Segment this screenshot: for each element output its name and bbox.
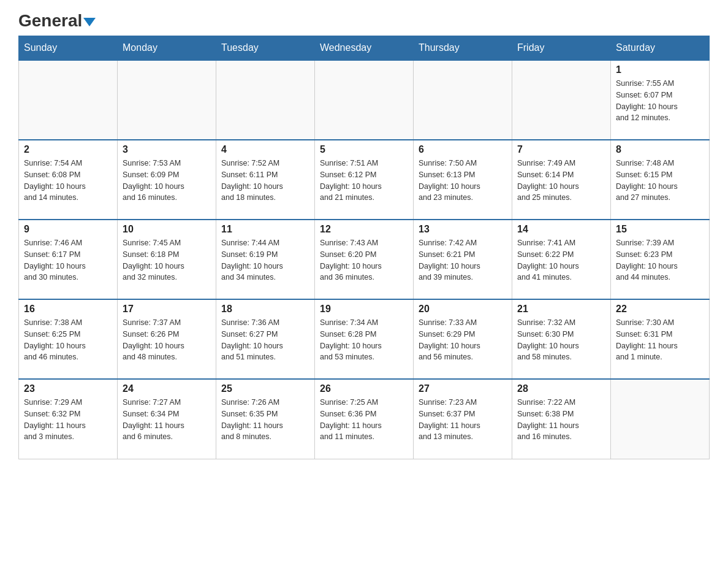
calendar-cell [118,60,216,140]
logo-arrow-icon [83,18,96,26]
calendar-table: SundayMondayTuesdayWednesdayThursdayFrid… [18,36,710,459]
day-number: 18 [221,304,309,315]
day-number: 4 [221,144,309,155]
calendar-week-row: 23Sunrise: 7:29 AM Sunset: 6:32 PM Dayli… [19,379,710,459]
day-info: Sunrise: 7:54 AM Sunset: 6:08 PM Dayligh… [24,158,112,204]
logo: General [18,12,96,29]
day-info: Sunrise: 7:55 AM Sunset: 6:07 PM Dayligh… [616,78,704,124]
day-info: Sunrise: 7:38 AM Sunset: 6:25 PM Dayligh… [24,317,112,363]
calendar-week-row: 16Sunrise: 7:38 AM Sunset: 6:25 PM Dayli… [19,299,710,379]
day-info: Sunrise: 7:52 AM Sunset: 6:11 PM Dayligh… [221,158,309,204]
day-number: 8 [616,144,704,155]
calendar-cell: 22Sunrise: 7:30 AM Sunset: 6:31 PM Dayli… [611,299,710,379]
day-number: 17 [123,304,211,315]
calendar-cell: 27Sunrise: 7:23 AM Sunset: 6:37 PM Dayli… [414,379,512,459]
day-info: Sunrise: 7:42 AM Sunset: 6:21 PM Dayligh… [419,237,507,283]
calendar-cell [611,379,710,459]
day-number: 11 [221,224,309,235]
calendar-cell: 10Sunrise: 7:45 AM Sunset: 6:18 PM Dayli… [118,220,216,299]
day-number: 28 [517,383,605,394]
day-info: Sunrise: 7:43 AM Sunset: 6:20 PM Dayligh… [320,237,408,283]
day-info: Sunrise: 7:23 AM Sunset: 6:37 PM Dayligh… [419,397,507,443]
calendar-cell: 7Sunrise: 7:49 AM Sunset: 6:14 PM Daylig… [512,140,611,220]
day-number: 13 [419,224,507,235]
calendar-week-row: 2Sunrise: 7:54 AM Sunset: 6:08 PM Daylig… [19,140,710,220]
day-info: Sunrise: 7:41 AM Sunset: 6:22 PM Dayligh… [517,237,605,283]
day-number: 2 [24,144,112,155]
day-info: Sunrise: 7:22 AM Sunset: 6:38 PM Dayligh… [517,397,605,443]
calendar-header-row: SundayMondayTuesdayWednesdayThursdayFrid… [19,36,710,61]
day-info: Sunrise: 7:45 AM Sunset: 6:18 PM Dayligh… [123,237,211,283]
calendar-cell: 17Sunrise: 7:37 AM Sunset: 6:26 PM Dayli… [118,299,216,379]
weekday-header-sunday: Sunday [19,36,118,61]
day-info: Sunrise: 7:36 AM Sunset: 6:27 PM Dayligh… [221,317,309,363]
day-info: Sunrise: 7:30 AM Sunset: 6:31 PM Dayligh… [616,317,704,363]
weekday-header-tuesday: Tuesday [216,36,315,61]
calendar-cell: 24Sunrise: 7:27 AM Sunset: 6:34 PM Dayli… [118,379,216,459]
calendar-cell: 11Sunrise: 7:44 AM Sunset: 6:19 PM Dayli… [216,220,315,299]
day-number: 16 [24,304,112,315]
calendar-cell: 16Sunrise: 7:38 AM Sunset: 6:25 PM Dayli… [19,299,118,379]
day-number: 7 [517,144,605,155]
calendar-cell: 20Sunrise: 7:33 AM Sunset: 6:29 PM Dayli… [414,299,512,379]
day-number: 27 [419,383,507,394]
calendar-cell [414,60,512,140]
calendar-cell [512,60,611,140]
day-number: 6 [419,144,507,155]
calendar-cell: 19Sunrise: 7:34 AM Sunset: 6:28 PM Dayli… [315,299,414,379]
calendar-cell: 8Sunrise: 7:48 AM Sunset: 6:15 PM Daylig… [611,140,710,220]
calendar-cell: 1Sunrise: 7:55 AM Sunset: 6:07 PM Daylig… [611,60,710,140]
calendar-cell [19,60,118,140]
day-number: 23 [24,383,112,394]
day-info: Sunrise: 7:50 AM Sunset: 6:13 PM Dayligh… [419,158,507,204]
day-info: Sunrise: 7:29 AM Sunset: 6:32 PM Dayligh… [24,397,112,443]
day-number: 12 [320,224,408,235]
calendar-cell: 28Sunrise: 7:22 AM Sunset: 6:38 PM Dayli… [512,379,611,459]
calendar-cell: 5Sunrise: 7:51 AM Sunset: 6:12 PM Daylig… [315,140,414,220]
calendar-cell [315,60,414,140]
calendar-cell: 25Sunrise: 7:26 AM Sunset: 6:35 PM Dayli… [216,379,315,459]
day-number: 24 [123,383,211,394]
weekday-header-saturday: Saturday [611,36,710,61]
day-info: Sunrise: 7:32 AM Sunset: 6:30 PM Dayligh… [517,317,605,363]
calendar-cell: 18Sunrise: 7:36 AM Sunset: 6:27 PM Dayli… [216,299,315,379]
day-info: Sunrise: 7:27 AM Sunset: 6:34 PM Dayligh… [123,397,211,443]
day-number: 9 [24,224,112,235]
day-info: Sunrise: 7:37 AM Sunset: 6:26 PM Dayligh… [123,317,211,363]
calendar-cell: 15Sunrise: 7:39 AM Sunset: 6:23 PM Dayli… [611,220,710,299]
page-header: General [18,12,710,29]
day-number: 10 [123,224,211,235]
calendar-cell [216,60,315,140]
day-info: Sunrise: 7:34 AM Sunset: 6:28 PM Dayligh… [320,317,408,363]
day-info: Sunrise: 7:39 AM Sunset: 6:23 PM Dayligh… [616,237,704,283]
calendar-cell: 3Sunrise: 7:53 AM Sunset: 6:09 PM Daylig… [118,140,216,220]
calendar-cell: 23Sunrise: 7:29 AM Sunset: 6:32 PM Dayli… [19,379,118,459]
day-info: Sunrise: 7:51 AM Sunset: 6:12 PM Dayligh… [320,158,408,204]
weekday-header-monday: Monday [118,36,216,61]
day-info: Sunrise: 7:25 AM Sunset: 6:36 PM Dayligh… [320,397,408,443]
calendar-cell: 14Sunrise: 7:41 AM Sunset: 6:22 PM Dayli… [512,220,611,299]
calendar-cell: 9Sunrise: 7:46 AM Sunset: 6:17 PM Daylig… [19,220,118,299]
calendar-cell: 6Sunrise: 7:50 AM Sunset: 6:13 PM Daylig… [414,140,512,220]
calendar-cell: 21Sunrise: 7:32 AM Sunset: 6:30 PM Dayli… [512,299,611,379]
day-info: Sunrise: 7:44 AM Sunset: 6:19 PM Dayligh… [221,237,309,283]
day-number: 15 [616,224,704,235]
day-number: 19 [320,304,408,315]
day-info: Sunrise: 7:53 AM Sunset: 6:09 PM Dayligh… [123,158,211,204]
calendar-cell: 4Sunrise: 7:52 AM Sunset: 6:11 PM Daylig… [216,140,315,220]
day-info: Sunrise: 7:46 AM Sunset: 6:17 PM Dayligh… [24,237,112,283]
day-number: 14 [517,224,605,235]
calendar-cell: 13Sunrise: 7:42 AM Sunset: 6:21 PM Dayli… [414,220,512,299]
day-info: Sunrise: 7:26 AM Sunset: 6:35 PM Dayligh… [221,397,309,443]
weekday-header-wednesday: Wednesday [315,36,414,61]
calendar-cell: 12Sunrise: 7:43 AM Sunset: 6:20 PM Dayli… [315,220,414,299]
day-number: 5 [320,144,408,155]
logo-general: General [18,11,82,30]
calendar-week-row: 9Sunrise: 7:46 AM Sunset: 6:17 PM Daylig… [19,220,710,299]
day-number: 26 [320,383,408,394]
day-number: 22 [616,304,704,315]
calendar-cell: 26Sunrise: 7:25 AM Sunset: 6:36 PM Dayli… [315,379,414,459]
calendar-cell: 2Sunrise: 7:54 AM Sunset: 6:08 PM Daylig… [19,140,118,220]
day-info: Sunrise: 7:48 AM Sunset: 6:15 PM Dayligh… [616,158,704,204]
day-number: 20 [419,304,507,315]
